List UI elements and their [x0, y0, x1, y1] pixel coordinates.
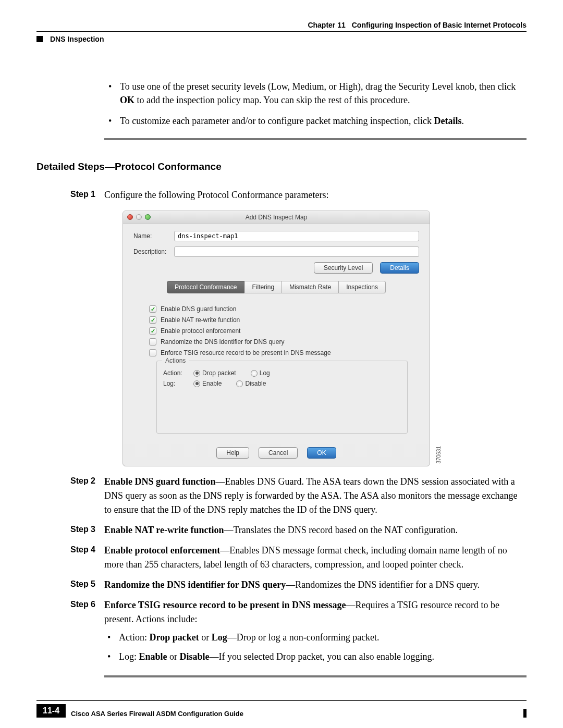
checkbox-row: Enforce TSIG resource record to be prese… — [149, 349, 419, 356]
running-header: Chapter 11 Configuring Inspection of Bas… — [36, 21, 527, 32]
intro-bullet-list: To use one of the preset security levels… — [36, 80, 527, 128]
step-body: Enable protocol enforcement—Enables DNS … — [104, 544, 527, 572]
details-button[interactable]: Details — [380, 262, 419, 274]
chapter-title: Configuring Inspection of Basic Internet… — [352, 21, 527, 29]
step-body: Enforce TSIG resource record to be prese… — [104, 598, 527, 669]
description-label: Description: — [133, 248, 174, 255]
page-footer: 11-4 Cisco ASA Series Firewall ASDM Conf… — [36, 700, 527, 718]
radio-icon[interactable] — [193, 380, 200, 387]
divider — [104, 138, 527, 140]
tab-mismatch-rate[interactable]: Mismatch Rate — [282, 281, 339, 293]
dialog-titlebar: Add DNS Inspect Map — [123, 211, 430, 224]
checkbox-icon[interactable] — [149, 349, 156, 356]
name-input[interactable] — [174, 231, 419, 241]
step-body: Randomize the DNS identifier for DNS que… — [104, 578, 527, 592]
page-number: 11-4 — [36, 704, 66, 718]
action-label: Action: — [163, 369, 188, 377]
step-body: Enable NAT re-write function—Translates … — [104, 523, 527, 537]
checkbox-row: Enable protocol enforcement — [149, 327, 419, 335]
tab-filtering[interactable]: Filtering — [244, 281, 282, 293]
list-item: To use one of the preset security levels… — [120, 80, 527, 107]
checkbox-icon[interactable] — [149, 305, 156, 313]
fieldset-legend: Actions — [162, 357, 189, 364]
help-button[interactable]: Help — [216, 447, 249, 459]
cancel-button[interactable]: Cancel — [259, 447, 298, 459]
ok-button[interactable]: OK — [307, 447, 336, 459]
step-label: Step 3 — [36, 523, 104, 537]
description-input[interactable] — [174, 246, 419, 257]
list-item: Action: Drop packet or Log—Drop or log a… — [119, 631, 527, 645]
step-body: Configure the following Protocol Conform… — [104, 188, 527, 202]
checkbox-icon[interactable] — [149, 338, 156, 346]
step-label: Step 4 — [36, 544, 104, 572]
radio-icon[interactable] — [193, 370, 200, 377]
dialog-screenshot: Add DNS Inspect Map Name: Description: S… — [123, 211, 430, 466]
list-item: Log: Enable or Disable—If you selected D… — [119, 650, 527, 664]
section-heading: Detailed Steps—Protocol Conformance — [36, 161, 527, 172]
dialog-title: Add DNS Inspect Map — [123, 214, 430, 221]
log-label: Log: — [163, 380, 188, 387]
step-label: Step 5 — [36, 578, 104, 592]
tab-protocol-conformance[interactable]: Protocol Conformance — [167, 281, 244, 293]
security-level-button[interactable]: Security Level — [314, 262, 373, 274]
checkbox-row: Enable DNS guard function — [149, 305, 419, 313]
end-mark-icon — [523, 709, 527, 718]
divider — [104, 675, 527, 677]
step-label: Step 2 — [36, 475, 104, 517]
list-item: To customize each parameter and/or to co… — [120, 114, 527, 128]
chapter-label: Chapter 11 — [308, 21, 345, 29]
checkbox-icon[interactable] — [149, 316, 156, 324]
section-name: DNS Inspection — [50, 35, 104, 43]
section-marker-icon — [36, 36, 43, 42]
actions-fieldset: Actions Action: Drop packet Log Log: Ena… — [156, 361, 408, 434]
checkbox-icon[interactable] — [149, 327, 156, 335]
checkbox-row: Enable NAT re-write function — [149, 316, 419, 324]
name-label: Name: — [133, 232, 174, 240]
radio-icon[interactable] — [251, 370, 258, 377]
step-label: Step 6 — [36, 598, 104, 669]
step-label: Step 1 — [36, 188, 104, 202]
image-id: 370631 — [436, 446, 442, 463]
guide-title: Cisco ASA Series Firewall ASDM Configura… — [71, 710, 243, 718]
checkbox-row: Randomize the DNS identifier for DNS que… — [149, 338, 419, 346]
radio-icon[interactable] — [236, 380, 243, 387]
tab-bar: Protocol Conformance Filtering Mismatch … — [133, 281, 419, 293]
step-body: Enable DNS guard function—Enables DNS Gu… — [104, 475, 527, 517]
tab-inspections[interactable]: Inspections — [339, 281, 386, 293]
